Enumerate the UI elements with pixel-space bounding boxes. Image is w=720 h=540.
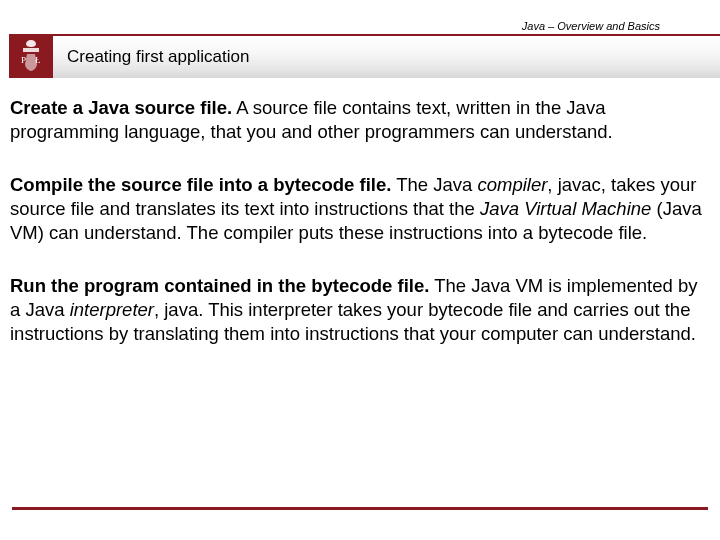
- page-title: Creating first application: [67, 47, 249, 67]
- paragraph-compile: Compile the source file into a bytecode …: [10, 173, 710, 244]
- lead-text: Run the program contained in the bytecod…: [10, 275, 429, 296]
- logo-crest: P Ł: [9, 34, 53, 78]
- header: Java – Overview and Basics P Ł Creating …: [0, 0, 720, 82]
- crest-icon: P Ł: [13, 38, 49, 74]
- body-text: The Java: [391, 174, 477, 195]
- lead-text: Compile the source file into a bytecode …: [10, 174, 391, 195]
- footer-divider: [12, 507, 708, 510]
- title-bar: Creating first application: [53, 34, 720, 78]
- breadcrumb: Java – Overview and Basics: [522, 20, 660, 32]
- term-jvm: Java Virtual Machine: [480, 198, 651, 219]
- content-body: Create a Java source file. A source file…: [0, 82, 720, 345]
- paragraph-run: Run the program contained in the bytecod…: [10, 274, 710, 345]
- paragraph-create-source: Create a Java source file. A source file…: [10, 96, 710, 143]
- lead-text: Create a Java source file.: [10, 97, 232, 118]
- term-compiler: compiler: [477, 174, 547, 195]
- term-interpreter: interpreter: [70, 299, 154, 320]
